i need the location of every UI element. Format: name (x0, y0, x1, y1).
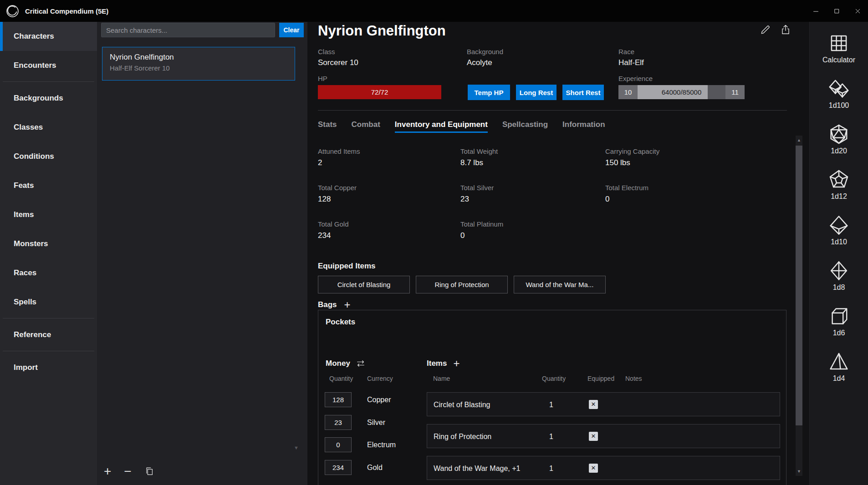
edit-character-icon[interactable] (760, 24, 771, 35)
dice-item-calculator[interactable]: Calculator (822, 33, 855, 64)
background-field: Background Acolyte (467, 48, 503, 67)
d4-icon (828, 351, 849, 372)
sidebar-item-items[interactable]: Items (0, 200, 97, 229)
item-row-circlet[interactable]: Circlet of Blasting 1 ✕ (427, 392, 780, 416)
long-rest-button[interactable]: Long Rest (516, 85, 557, 100)
equipped-items-row: Circlet of Blasting Ring of Protection W… (318, 276, 606, 293)
total-gold-stat: Total Gold 234 (318, 220, 460, 240)
sidebar-item-races[interactable]: Races (0, 258, 97, 288)
silver-quantity-input[interactable] (325, 415, 352, 430)
character-list-actions: + − (104, 465, 154, 478)
sidebar-item-monsters[interactable]: Monsters (0, 229, 97, 258)
equipped-item-circlet[interactable]: Circlet of Blasting (318, 276, 410, 293)
tab-combat[interactable]: Combat (352, 120, 380, 133)
sidebar-item-characters[interactable]: Characters (0, 22, 97, 51)
d100-icon (828, 78, 849, 99)
d8-icon (828, 260, 849, 281)
close-button[interactable] (847, 0, 868, 22)
sidebar-divider (3, 318, 94, 318)
remove-character-button[interactable]: − (124, 465, 131, 478)
dice-item-1d6[interactable]: 1d6 (828, 306, 849, 337)
item-equipped-header: Equipped (587, 375, 614, 382)
search-input[interactable] (101, 23, 275, 37)
temp-hp-button[interactable]: Temp HP (468, 85, 510, 100)
race-label: Race (618, 48, 644, 56)
maximize-button[interactable] (826, 0, 847, 22)
class-field: Class Sorcerer 10 (318, 48, 358, 67)
item-equipped-checkbox[interactable]: ✕ (589, 400, 598, 409)
short-rest-button[interactable]: Short Rest (562, 85, 604, 100)
dice-item-1d8[interactable]: 1d8 (828, 260, 849, 292)
character-list-item[interactable]: Nyrion Gnelfington Half-Elf Sorcerer 10 (102, 47, 295, 81)
currency-label: Silver (367, 419, 385, 427)
currency-label: Electrum (367, 441, 396, 449)
dice-item-1d20[interactable]: 1d20 (828, 124, 849, 155)
experience-label: Experience (618, 75, 653, 82)
tab-inventory-and-equipment[interactable]: Inventory and Equipment (395, 120, 488, 133)
app-window: Critical Compendium (5E) Characters Enco… (0, 0, 868, 485)
character-sheet: Nyrion Gnelfington Class Sorcerer 10 Bac… (307, 22, 809, 485)
scrollbar-thumb[interactable] (796, 146, 802, 425)
add-item-button[interactable]: + (453, 359, 460, 369)
scroll-down-icon[interactable]: ▼ (796, 469, 802, 474)
sidebar-item-import[interactable]: Import (0, 353, 97, 382)
money-row-silver: Silver (325, 415, 352, 430)
money-quantity-header: Quantity (329, 375, 353, 382)
export-character-icon[interactable] (780, 24, 791, 35)
sidebar-item-classes[interactable]: Classes (0, 113, 97, 142)
bags-header: Bags + (318, 300, 351, 310)
total-silver-stat: Total Silver 23 (460, 184, 605, 204)
sidebar-item-conditions[interactable]: Conditions (0, 142, 97, 171)
tab-information[interactable]: Information (562, 120, 605, 133)
sidebar-item-encounters[interactable]: Encounters (0, 51, 97, 80)
dice-item-1d12[interactable]: 1d12 (828, 169, 849, 201)
dice-item-1d4[interactable]: 1d4 (828, 351, 849, 383)
attuned-items-stat: Attuned Items 2 (318, 147, 460, 167)
currency-label: Gold (367, 464, 383, 472)
items-title: Items (427, 359, 447, 368)
sidebar-divider (3, 351, 94, 351)
duplicate-character-button[interactable] (144, 466, 154, 476)
clear-search-button[interactable]: Clear (279, 23, 304, 37)
currency-label: Copper (367, 396, 391, 404)
list-scroll-down-icon[interactable]: ▼ (294, 445, 299, 450)
money-row-copper: Copper (325, 392, 352, 407)
copper-quantity-input[interactable] (325, 392, 352, 407)
electrum-quantity-input[interactable] (325, 437, 352, 452)
gold-quantity-input[interactable] (325, 460, 352, 475)
background-label: Background (467, 48, 503, 56)
tab-stats[interactable]: Stats (318, 120, 337, 133)
equipped-item-wand[interactable]: Wand of the War Ma... (514, 276, 606, 293)
total-electrum-stat: Total Electrum 0 (605, 184, 776, 204)
minimize-button[interactable] (805, 0, 826, 22)
add-bag-button[interactable]: + (344, 300, 351, 310)
current-level-badge: 10 (618, 85, 638, 99)
dice-item-1d100[interactable]: 1d100 (828, 78, 849, 110)
item-equipped-checkbox[interactable]: ✕ (589, 464, 598, 473)
equipped-items-title: Equipped Items (318, 262, 376, 271)
bags-title: Bags (318, 300, 337, 309)
item-name: Ring of Protection (434, 424, 491, 449)
dice-item-1d10[interactable]: 1d10 (828, 215, 849, 246)
equipped-item-ring[interactable]: Ring of Protection (416, 276, 508, 293)
sidebar-item-reference[interactable]: Reference (0, 320, 97, 349)
sidebar-item-spells[interactable]: Spells (0, 288, 97, 317)
class-label: Class (318, 48, 358, 56)
sidebar-item-backgrounds[interactable]: Backgrounds (0, 84, 97, 113)
scroll-up-icon[interactable]: ▲ (796, 138, 802, 142)
item-quantity-header: Quantity (542, 375, 566, 382)
experience-bar: 10 64000/85000 11 (618, 85, 745, 99)
add-character-button[interactable]: + (104, 465, 111, 478)
item-row-ring[interactable]: Ring of Protection 1 ✕ (427, 424, 780, 448)
character-list-item-name: Nyrion Gnelfington (110, 53, 287, 62)
convert-currency-icon[interactable] (356, 359, 366, 369)
d10-icon (828, 215, 849, 236)
money-row-electrum: Electrum (325, 437, 352, 452)
item-equipped-checkbox[interactable]: ✕ (589, 432, 598, 441)
main-scrollbar[interactable]: ▲ ▼ (796, 136, 802, 476)
item-name: Circlet of Blasting (434, 393, 490, 417)
item-quantity: 1 (549, 456, 553, 480)
item-row-wand[interactable]: Wand of the War Mage, +1 1 ✕ (427, 456, 780, 480)
sidebar-item-feats[interactable]: Feats (0, 171, 97, 200)
tab-spellcasting[interactable]: Spellcasting (502, 120, 548, 133)
